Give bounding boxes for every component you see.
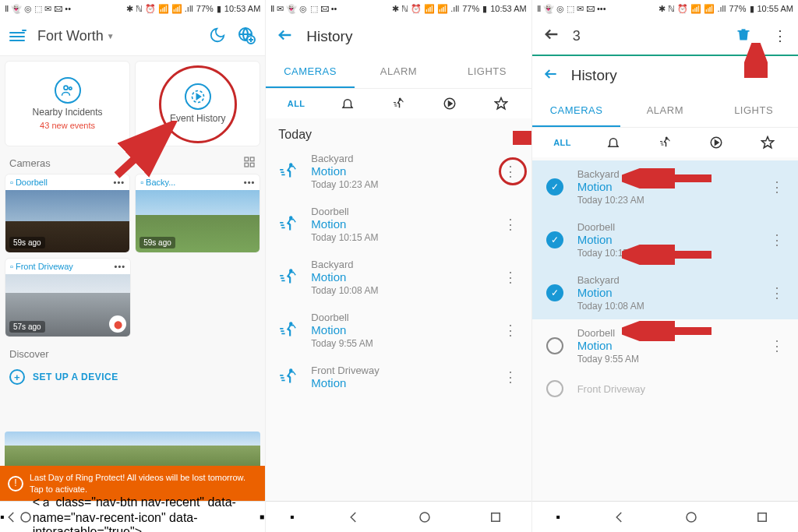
- event-menu-icon[interactable]: ⋮: [500, 163, 521, 180]
- nav-back-icon[interactable]: [342, 511, 365, 523]
- event-row[interactable]: DoorbellMotionToday 10:15 AM ⋮: [266, 198, 531, 251]
- nav-home-icon[interactable]: [19, 511, 33, 523]
- cam-indicator-icon: ▫: [10, 262, 13, 271]
- time-badge: 59s ago: [139, 237, 175, 248]
- promo-image[interactable]: [5, 432, 260, 466]
- filter-ring-icon[interactable]: [335, 97, 360, 111]
- overflow-menu-icon[interactable]: ⋮: [773, 27, 787, 44]
- nav-back-icon[interactable]: [5, 511, 19, 523]
- event-menu-icon[interactable]: ⋮: [500, 368, 521, 386]
- event-menu-icon[interactable]: ⋮: [500, 269, 521, 286]
- back-arrow-icon[interactable]: [543, 66, 559, 86]
- page-title: History: [571, 67, 617, 84]
- location-label: Fort Worth: [37, 28, 104, 44]
- filter-motion-icon[interactable]: [652, 136, 677, 150]
- event-camera: Front Driveway: [577, 383, 787, 395]
- event-camera: Backyard: [577, 274, 756, 286]
- chevron-down-icon: ▼: [107, 32, 115, 41]
- camera-tile-doorbell[interactable]: ▫Doorbell••• 59s ago: [5, 174, 130, 253]
- time-badge: 59s ago: [9, 237, 45, 248]
- location-dropdown[interactable]: Fort Worth ▼: [37, 28, 115, 44]
- selection-header: 3 ⋮: [532, 17, 798, 56]
- svg-marker-16: [495, 98, 507, 109]
- filter-all[interactable]: ALL: [550, 138, 575, 147]
- nav-home-icon[interactable]: [413, 511, 436, 523]
- more-icon[interactable]: •••: [115, 262, 126, 271]
- event-time: Today 10:15 AM: [577, 248, 756, 259]
- filter-play-icon[interactable]: [704, 136, 729, 150]
- event-row[interactable]: ✓ BackyardMotionToday 10:08 AM ⋮: [532, 266, 798, 319]
- event-row[interactable]: ✓ BackyardMotionToday 10:23 AM ⋮: [532, 160, 798, 213]
- trash-icon[interactable]: [736, 26, 751, 46]
- back-arrow-icon[interactable]: [543, 26, 560, 47]
- event-camera: Doorbell: [577, 327, 756, 339]
- camera-name: Backy...: [146, 178, 175, 187]
- nav-back-icon[interactable]: [608, 511, 631, 523]
- grid-view-icon[interactable]: [243, 156, 256, 171]
- status-icons-left: Ⅱ 👻 ◎ ⬚ ✉ 🖂 ••: [5, 4, 71, 14]
- motion-icon: [277, 161, 300, 181]
- event-time: Today 10:23 AM: [577, 195, 756, 206]
- nav-recent-icon[interactable]: [484, 511, 507, 523]
- more-icon[interactable]: •••: [244, 178, 256, 187]
- nav-overview-icon[interactable]: ▪: [556, 510, 560, 524]
- tab-lights[interactable]: LIGHTS: [443, 56, 531, 88]
- event-menu-icon[interactable]: ⋮: [767, 337, 787, 354]
- event-menu-icon[interactable]: ⋮: [767, 231, 787, 248]
- event-row[interactable]: DoorbellMotionToday 9:55 AM ⋮: [532, 319, 798, 372]
- filter-star-icon[interactable]: [755, 136, 780, 150]
- event-row[interactable]: Front DrivewayMotion ⋮: [266, 357, 531, 397]
- filter-ring-icon[interactable]: [601, 136, 626, 150]
- svg-rect-10: [251, 163, 255, 167]
- page-title: History: [306, 28, 352, 45]
- event-time: Today 9:55 AM: [311, 338, 489, 349]
- setup-label: SET UP A DEVICE: [33, 372, 118, 382]
- camera-tile-driveway[interactable]: ▫Front Driveway••• 57s ago ⬤: [5, 258, 131, 337]
- nearby-incidents-card[interactable]: Nearby Incidents 43 new events: [5, 61, 130, 146]
- event-menu-icon[interactable]: ⋮: [500, 322, 521, 339]
- tab-cameras[interactable]: CAMERAS: [532, 95, 621, 127]
- event-menu-icon[interactable]: ⋮: [767, 178, 787, 196]
- unchecked-icon: [546, 380, 563, 397]
- camera-tile-backyard[interactable]: ▫Backy...••• 59s ago: [135, 174, 260, 253]
- history-tabs: CAMERAS ALARM LIGHTS: [532, 95, 798, 128]
- event-row[interactable]: DoorbellMotionToday 9:55 AM ⋮: [266, 304, 531, 357]
- svg-rect-12: [260, 515, 264, 519]
- camera-name: Doorbell: [16, 178, 48, 187]
- hamburger-icon[interactable]: [9, 32, 25, 41]
- moon-icon[interactable]: [209, 26, 226, 47]
- event-camera: Backyard: [311, 259, 489, 270]
- setup-device-button[interactable]: + SET UP A DEVICE: [0, 363, 265, 391]
- event-history-card[interactable]: Event History: [135, 61, 260, 146]
- event-row[interactable]: ✓ DoorbellMotionToday 10:15 AM ⋮: [532, 213, 798, 266]
- checkmark-icon: ✓: [546, 284, 563, 301]
- more-icon[interactable]: •••: [114, 178, 125, 187]
- event-row[interactable]: BackyardMotionToday 10:08 AM ⋮: [266, 251, 531, 304]
- tab-alarm[interactable]: ALARM: [355, 56, 443, 88]
- filter-motion-icon[interactable]: [386, 97, 411, 111]
- events-list: BackyardMotionToday 10:23 AM ⋮ DoorbellM…: [266, 145, 531, 501]
- filter-all[interactable]: ALL: [284, 99, 309, 108]
- battery-pct: 77%: [462, 4, 479, 13]
- globe-plus-icon[interactable]: [237, 26, 256, 48]
- tab-alarm[interactable]: ALARM: [620, 95, 709, 127]
- filter-star-icon[interactable]: [489, 97, 514, 111]
- people-icon: [55, 77, 81, 104]
- nav-home-icon[interactable]: [680, 511, 703, 523]
- svg-rect-25: [492, 513, 500, 521]
- screen-dashboard: Ⅱ 👻 ◎ ⬚ ✉ 🖂 •• ✱ ℕ ⏰ 📶 📶 .ıll 77% ▮ 10:5…: [0, 0, 266, 532]
- event-menu-icon[interactable]: ⋮: [500, 216, 521, 233]
- tab-cameras[interactable]: CAMERAS: [266, 56, 354, 88]
- card-label: Nearby Incidents: [33, 107, 103, 118]
- nav-recent-icon[interactable]: [750, 511, 774, 523]
- nav-overview-icon[interactable]: ▪: [290, 510, 295, 524]
- tab-lights[interactable]: LIGHTS: [709, 95, 798, 127]
- camera-preview: 59s ago: [136, 190, 260, 252]
- event-row[interactable]: Front Driveway: [532, 372, 798, 405]
- filter-play-icon[interactable]: [437, 97, 462, 111]
- svg-rect-7: [245, 157, 249, 161]
- event-row[interactable]: BackyardMotionToday 10:23 AM ⋮: [266, 145, 531, 198]
- event-time: Today 9:55 AM: [577, 354, 756, 365]
- back-arrow-icon[interactable]: [277, 26, 294, 48]
- event-menu-icon[interactable]: ⋮: [767, 284, 787, 301]
